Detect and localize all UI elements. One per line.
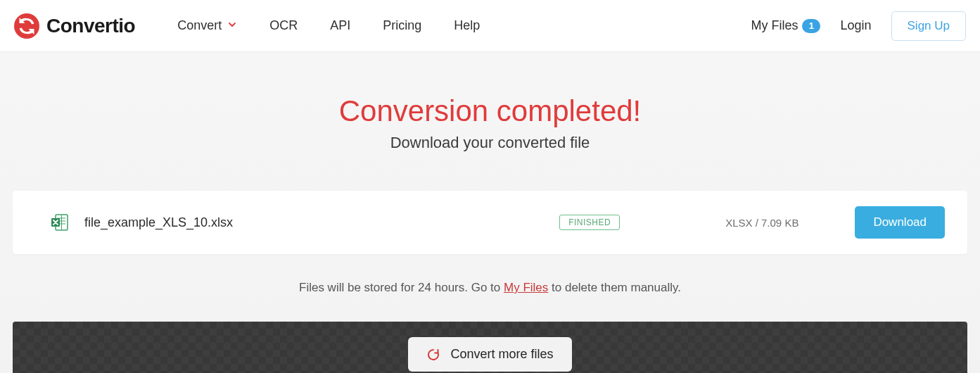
storage-notice: Files will be stored for 24 hours. Go to… <box>0 254 980 322</box>
nav-convert[interactable]: Convert <box>177 18 237 33</box>
notice-suffix: to delete them manually. <box>548 281 681 294</box>
refresh-icon <box>426 348 440 362</box>
main-header: Convertio Convert OCR API Pricing Help M… <box>0 0 980 52</box>
file-name: file_example_XLS_10.xlsx <box>84 215 559 230</box>
logo[interactable]: Convertio <box>14 13 135 39</box>
xlsx-file-icon <box>51 213 69 232</box>
logo-icon <box>14 13 39 39</box>
page-subtitle: Download your converted file <box>0 134 980 152</box>
nav-help[interactable]: Help <box>454 18 480 33</box>
file-row: file_example_XLS_10.xlsx FINISHED XLSX /… <box>13 191 967 254</box>
logo-text: Convertio <box>46 15 135 37</box>
chevron-down-icon <box>227 18 237 33</box>
my-files-count-badge: 1 <box>802 19 820 33</box>
nav-login[interactable]: Login <box>840 18 871 33</box>
nav-pricing[interactable]: Pricing <box>383 18 421 33</box>
nav-convert-label: Convert <box>177 18 222 33</box>
status-badge: FINISHED <box>559 215 620 230</box>
page-title: Conversion completed! <box>0 94 980 128</box>
footer-bar: Convert more files <box>13 322 967 373</box>
right-nav: My Files 1 Login Sign Up <box>751 11 966 41</box>
convert-more-button[interactable]: Convert more files <box>408 337 571 372</box>
file-meta: XLSX / 7.09 KB <box>725 217 798 229</box>
svg-point-0 <box>14 13 39 39</box>
my-files-label: My Files <box>751 18 798 33</box>
main-content: Conversion completed! Download your conv… <box>0 52 980 373</box>
nav-my-files[interactable]: My Files 1 <box>751 18 820 33</box>
download-button[interactable]: Download <box>855 206 945 239</box>
nav-ocr[interactable]: OCR <box>269 18 298 33</box>
signup-button[interactable]: Sign Up <box>891 11 966 41</box>
title-block: Conversion completed! Download your conv… <box>0 94 980 152</box>
notice-prefix: Files will be stored for 24 hours. Go to <box>299 281 504 294</box>
main-nav: Convert OCR API Pricing Help <box>177 18 751 33</box>
nav-api[interactable]: API <box>330 18 350 33</box>
my-files-link[interactable]: My Files <box>504 281 548 294</box>
convert-more-label: Convert more files <box>450 347 553 362</box>
